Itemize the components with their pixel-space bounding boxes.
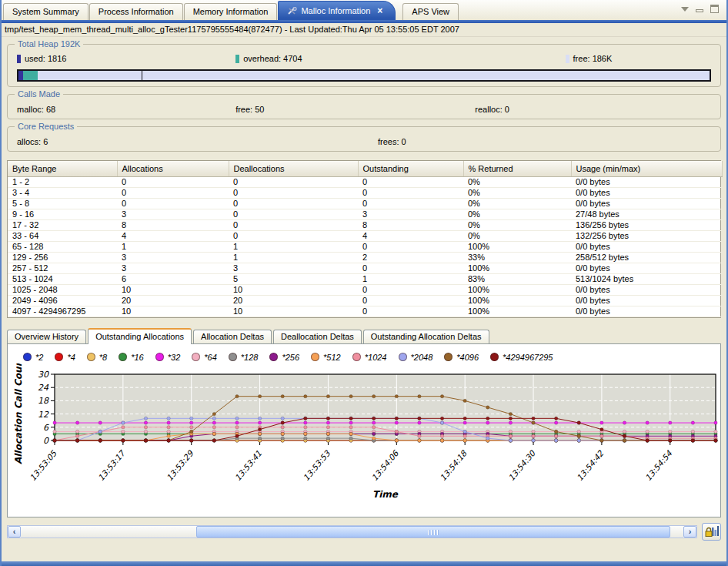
chart-tab-deallocation-deltas[interactable]: Deallocation Deltas: [273, 330, 362, 343]
table-cell: 10: [229, 284, 358, 295]
table-cell: 0%: [463, 230, 571, 241]
chart-panel: *2*4*8*16*32*64*128*256*512*1024*2048*40…: [7, 343, 721, 517]
table-row[interactable]: 257 - 512330100%0/0 bytes: [8, 263, 722, 273]
series-point-x1024: [304, 425, 307, 428]
table-cell: 20: [117, 295, 229, 306]
chart-tab-outstanding-allocations[interactable]: Outstanding Allocations: [88, 328, 192, 344]
table-row[interactable]: 1 - 20000%0/0 bytes: [8, 176, 722, 187]
column-header-allocations[interactable]: Allocations: [117, 161, 229, 176]
chart-tab-bar: Overview HistoryOutstanding AllocationsA…: [7, 328, 726, 343]
series-point-x256: [372, 432, 375, 435]
chart-tab-allocation-deltas[interactable]: Allocation Deltas: [193, 330, 272, 343]
series-point-x32: [144, 420, 147, 424]
series-point-x4294967295: [577, 420, 580, 424]
view-menu-icon[interactable]: [681, 7, 689, 12]
table-row[interactable]: 3 - 40000%0/0 bytes: [8, 187, 722, 198]
table-cell: 9 - 16: [8, 209, 117, 219]
table-cell: 100%: [463, 284, 571, 295]
series-point-x2048: [99, 430, 102, 433]
series-point-x4096: [304, 394, 307, 397]
column-header--returned[interactable]: % Returned: [463, 161, 571, 176]
chart-tab-outstanding-allocation-deltas[interactable]: Outstanding Allocation Deltas: [363, 330, 489, 343]
scrollbar-track[interactable]: [21, 526, 683, 538]
series-point-x32: [304, 420, 307, 424]
heap-bar-overhead-segment: [23, 71, 38, 80]
table-row[interactable]: 9 - 163030%27/48 bytes: [8, 209, 722, 219]
column-header-outstanding[interactable]: Outstanding: [358, 161, 463, 176]
table-row[interactable]: 1025 - 204810100100%0/0 bytes: [8, 284, 722, 295]
series-point-x4294967295: [463, 417, 466, 420]
series-point-x1024: [281, 425, 284, 428]
table-row[interactable]: 65 - 128110100%0/0 bytes: [8, 241, 722, 252]
table-cell: 100%: [463, 306, 571, 316]
free-swatch: [566, 55, 569, 63]
tab-process-information[interactable]: Process Information: [89, 3, 183, 20]
legend-label: *2048: [411, 353, 433, 362]
column-header-deallocations[interactable]: Deallocations: [229, 161, 358, 176]
table-row[interactable]: 2049 - 409620200100%0/0 bytes: [8, 295, 722, 306]
table-cell: 1: [117, 241, 229, 252]
series-point-x4294967295: [144, 438, 147, 441]
series-point-x1024: [235, 425, 239, 428]
table-cell: 136/256 bytes: [571, 219, 722, 230]
scroll-left-button[interactable]: ‹: [8, 526, 21, 538]
allocation-history-chart: 061218243013:53:0513:53:1713:53:2913:53:…: [11, 363, 728, 505]
legend-label: *2: [35, 353, 43, 362]
series-point-x4096: [395, 394, 398, 397]
table-cell: 65 - 128: [8, 241, 117, 252]
table-cell: 4: [358, 230, 463, 241]
series-point-x2048: [577, 438, 580, 441]
series-point-x1024: [190, 425, 193, 428]
maximize-icon[interactable]: [710, 5, 719, 13]
table-row[interactable]: 4097 - 429496729510100100%0/0 bytes: [8, 306, 722, 316]
series-point-x512: [258, 432, 261, 435]
series-point-x32: [75, 420, 78, 424]
table-cell: 3: [358, 209, 463, 219]
heap-usage-bar: [17, 69, 711, 82]
series-point-x512: [212, 432, 215, 435]
chart-tab-overview-history[interactable]: Overview History: [7, 330, 86, 343]
minimize-icon[interactable]: [696, 9, 703, 12]
tab-system-summary[interactable]: System Summary: [3, 3, 88, 20]
lock-chart-button[interactable]: [702, 523, 721, 541]
table-cell: 6: [117, 273, 229, 284]
series-point-x32: [714, 420, 717, 424]
series-point-x512: [372, 436, 375, 439]
series-point-x32: [691, 420, 694, 424]
heap-bar-free-segment: [38, 71, 710, 80]
series-point-x1024: [122, 425, 125, 428]
series-point-x32: [486, 420, 489, 424]
table-cell: 0: [358, 198, 463, 209]
tab-malloc-information[interactable]: Malloc Information×: [278, 1, 396, 20]
tab-memory-information[interactable]: Memory Information: [184, 3, 278, 20]
legend-label: *1024: [365, 353, 387, 362]
table-cell: 2049 - 4096: [8, 295, 117, 306]
table-row[interactable]: 33 - 644040%132/256 bytes: [8, 230, 722, 241]
series-point-x64: [646, 430, 649, 433]
series-point-x512: [395, 438, 398, 441]
scrollbar-thumb[interactable]: [196, 526, 670, 538]
close-tab-icon[interactable]: ×: [377, 2, 382, 20]
table-row[interactable]: 5 - 80000%0/0 bytes: [8, 198, 722, 209]
table-cell: 0%: [463, 176, 571, 187]
series-point-x2048: [486, 436, 489, 439]
horizontal-scrollbar[interactable]: ‹ ›: [7, 525, 697, 538]
table-row[interactable]: 17 - 328080%136/256 bytes: [8, 219, 722, 230]
legend-item-x32: *32: [155, 353, 181, 362]
column-header-usage-min-max-[interactable]: Usage (min/max): [571, 161, 722, 176]
series-point-x32: [669, 420, 672, 424]
malloc-information-view: { "window": { "tabs": [ { "label": "Syst…: [0, 0, 728, 566]
column-header-byte-range[interactable]: Byte Range: [8, 161, 117, 176]
legend-item-x8: *8: [87, 353, 107, 362]
scroll-right-button[interactable]: ›: [683, 526, 696, 538]
legend-item-x2: *2: [23, 353, 43, 362]
table-cell: 0: [358, 295, 463, 306]
series-point-x2048: [258, 417, 261, 420]
tab-aps-view[interactable]: APS View: [402, 3, 459, 20]
series-point-x2048: [554, 438, 557, 441]
series-point-x1024: [75, 434, 78, 437]
legend-item-x4294967295: *4294967295: [490, 353, 553, 362]
table-row[interactable]: 513 - 102465183%513/1024 bytes: [8, 273, 722, 284]
table-row[interactable]: 129 - 25631233%258/512 bytes: [8, 252, 722, 263]
table-cell: 0: [358, 306, 463, 316]
